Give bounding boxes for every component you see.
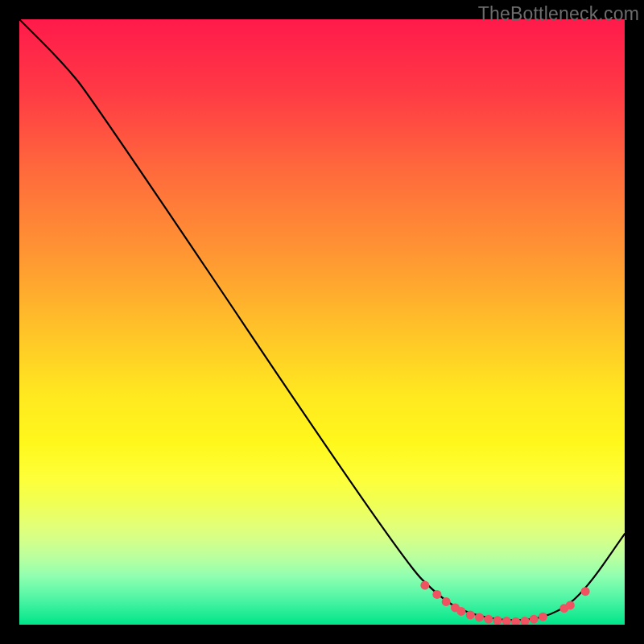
bottleneck-curve bbox=[19, 19, 625, 620]
data-point bbox=[530, 615, 539, 624]
plot-area bbox=[19, 19, 625, 625]
data-point bbox=[420, 581, 429, 590]
data-point bbox=[511, 617, 520, 625]
data-point bbox=[456, 607, 465, 616]
chart-container: TheBottleneck.com bbox=[0, 0, 644, 644]
data-point bbox=[442, 597, 451, 606]
data-point bbox=[559, 604, 568, 613]
curve-svg bbox=[19, 19, 625, 625]
scatter-points bbox=[420, 581, 589, 625]
data-point bbox=[484, 615, 493, 624]
data-point bbox=[581, 587, 590, 596]
data-point bbox=[432, 590, 441, 599]
data-point bbox=[466, 610, 475, 619]
data-point bbox=[539, 613, 547, 621]
data-point bbox=[493, 616, 502, 625]
data-point bbox=[566, 601, 575, 609]
data-point bbox=[475, 613, 484, 621]
watermark-label: TheBottleneck.com bbox=[478, 3, 639, 25]
data-point bbox=[502, 617, 511, 625]
data-point bbox=[520, 617, 529, 625]
data-point bbox=[451, 603, 460, 612]
